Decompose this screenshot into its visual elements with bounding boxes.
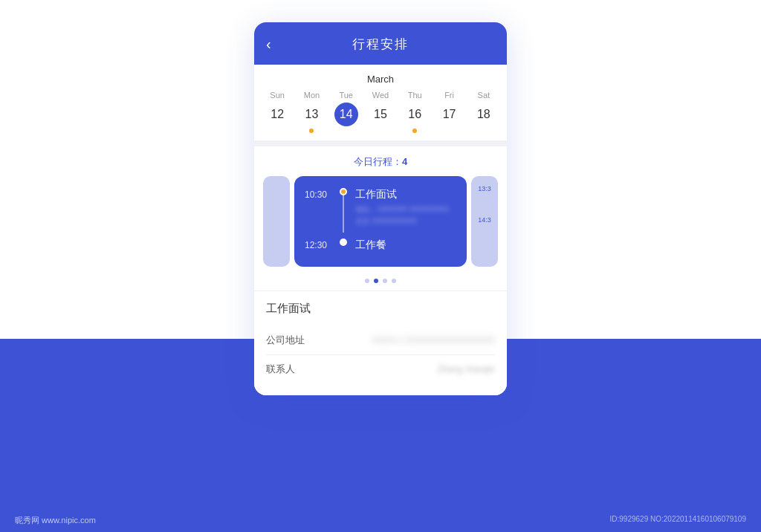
dot-line-1 — [339, 188, 348, 233]
detail-row-address: 公司地址 XXXX-1 XXXXXXXXXXXXXXX — [266, 326, 495, 355]
event-time-2: 12:30 — [305, 239, 331, 250]
detail-row-contact: 联系人 Zhang Xiaoqin — [266, 355, 495, 383]
date-12[interactable]: 12 — [262, 103, 292, 133]
phone-container: ‹ 行程安排 March Sun Mon Tue Wed Thu Fri Sat… — [254, 22, 507, 395]
detail-section: 工作面试 公司地址 XXXX-1 XXXXXXXXXXXXXXX 联系人 Zha… — [254, 291, 507, 395]
side-time-2: 14:3 — [474, 216, 495, 225]
side-card-left — [263, 176, 290, 267]
watermark-area: 昵秀网 www.nipic.com ID:9929629 NO:20220114… — [0, 515, 761, 526]
detail-label-contact: 联系人 — [266, 363, 295, 376]
dot-orange — [340, 188, 347, 195]
timeline-connector — [343, 195, 344, 233]
today-schedule-label: 今日行程：4 — [254, 146, 507, 176]
date-15[interactable]: 15 — [366, 103, 395, 133]
day-mon: Mon — [297, 91, 326, 100]
timeline-item-1: 10:30 工作面试 地址：XXXXXX XXXXXXXX 北京 XXXXXXX… — [305, 188, 456, 233]
page-dot-3[interactable] — [383, 279, 387, 283]
day-sat: Sat — [469, 91, 499, 100]
calendar-month: March — [260, 74, 501, 85]
calendar-week-row: Sun Mon Tue Wed Thu Fri Sat — [260, 91, 501, 100]
calendar-dates-row: 12 13 14 15 16 17 — [260, 103, 501, 133]
date-17[interactable]: 17 — [435, 103, 464, 133]
detail-value-address: XXXX-1 XXXXXXXXXXXXXXX — [372, 335, 495, 346]
day-sun: Sun — [262, 91, 292, 100]
page-dot-4[interactable] — [392, 279, 396, 283]
day-thu: Thu — [400, 91, 430, 100]
event-title-2: 工作餐 — [355, 239, 456, 252]
watermark-left: 昵秀网 www.nipic.com — [15, 515, 96, 526]
day-wed: Wed — [366, 91, 395, 100]
day-fri: Fri — [435, 91, 464, 100]
event-title-1: 工作面试 — [355, 188, 456, 201]
detail-section-title: 工作面试 — [266, 302, 495, 316]
cards-area: 10:30 工作面试 地址：XXXXXX XXXXXXXX 北京 XXXXXXX… — [254, 176, 507, 274]
side-time-1: 13:3 — [474, 185, 495, 194]
event-detail-address: 地址：XXXXXX XXXXXXXX — [355, 204, 456, 215]
side-card-right: 13:3 14:3 — [471, 176, 498, 267]
date-16[interactable]: 16 — [400, 103, 430, 133]
pagination — [254, 274, 507, 291]
calendar-section: March Sun Mon Tue Wed Thu Fri Sat 12 13 … — [254, 65, 507, 140]
timeline-item-2: 12:30 工作餐 — [305, 239, 456, 255]
event-time-1: 10:30 — [305, 188, 331, 200]
event-detail-extra: 北京 XXXXXXXXX — [355, 216, 456, 227]
detail-value-contact: Zhang Xiaoqin — [438, 364, 495, 374]
section-divider — [254, 140, 507, 146]
day-tue: Tue — [331, 91, 361, 100]
back-button[interactable]: ‹ — [266, 36, 271, 53]
date-13[interactable]: 13 — [297, 103, 326, 133]
watermark-right: ID:9929629 NO:20220114160106079109 — [610, 515, 747, 526]
event-content-1: 工作面试 地址：XXXXXX XXXXXXXX 北京 XXXXXXXXX — [355, 188, 456, 228]
date-14[interactable]: 14 — [331, 103, 361, 133]
dot-line-2 — [339, 239, 348, 246]
event-content-2: 工作餐 — [355, 239, 456, 255]
main-schedule-card[interactable]: 10:30 工作面试 地址：XXXXXX XXXXXXXX 北京 XXXXXXX… — [294, 176, 467, 267]
detail-label-address: 公司地址 — [266, 334, 305, 347]
timeline: 10:30 工作面试 地址：XXXXXX XXXXXXXX 北京 XXXXXXX… — [305, 188, 456, 255]
page-title: 行程安排 — [352, 36, 409, 53]
page-dot-1[interactable] — [365, 279, 369, 283]
page-dot-2[interactable] — [374, 279, 378, 283]
header: ‹ 行程安排 — [254, 22, 507, 65]
date-18[interactable]: 18 — [469, 103, 499, 133]
dot-white — [340, 239, 347, 246]
